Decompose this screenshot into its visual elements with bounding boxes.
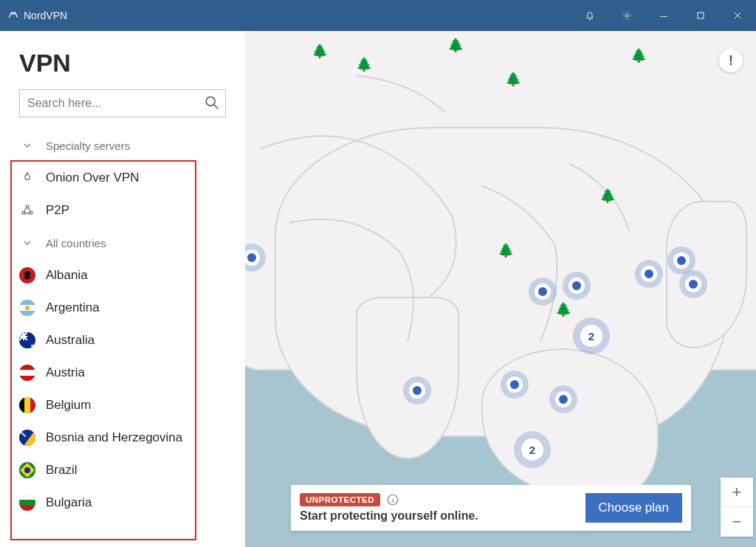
search-icon <box>204 94 220 111</box>
svg-rect-2 <box>698 13 704 18</box>
zoom-controls: + − <box>721 478 753 537</box>
tree-icon: 🌲 <box>498 242 514 258</box>
country-item-albania[interactable]: Albania <box>0 259 245 292</box>
search-wrap <box>19 89 226 117</box>
country-label: Bosnia and Herzegovina <box>46 430 182 445</box>
all-countries-header[interactable]: All countries <box>0 227 245 259</box>
server-cluster-marker[interactable]: 2 <box>521 438 543 461</box>
titlebar-left: NordVPN <box>0 8 67 23</box>
all-countries-header-label: All countries <box>46 237 106 250</box>
flag-argentina-icon <box>19 300 35 316</box>
server-marker[interactable] <box>409 382 425 399</box>
app-logo-icon <box>7 8 19 23</box>
country-item-australia[interactable]: Australia <box>0 324 245 357</box>
search-input[interactable] <box>19 89 226 117</box>
window-close-button[interactable] <box>719 0 756 31</box>
settings-button[interactable] <box>608 0 645 31</box>
zoom-out-button[interactable]: − <box>721 507 753 537</box>
onion-icon <box>19 170 35 186</box>
country-label: Belgium <box>46 398 91 413</box>
flag-bulgaria-icon <box>19 495 35 511</box>
server-marker[interactable] <box>535 283 551 300</box>
titlebar-right <box>571 0 756 31</box>
zoom-in-button[interactable]: + <box>721 478 753 507</box>
svg-line-6 <box>214 105 219 109</box>
flag-bosnia-icon <box>19 430 35 446</box>
server-marker[interactable] <box>506 376 523 393</box>
map[interactable]: 🌲 🌲 🌲 🌲 🌲 🌲 🌲 🌲 2 2 ! UNPROTECTED <box>245 31 756 547</box>
app-title: NordVPN <box>24 10 67 21</box>
flag-belgium-icon <box>19 397 35 413</box>
cluster-count: 2 <box>588 330 594 343</box>
alert-badge[interactable]: ! <box>719 49 743 72</box>
svg-point-12 <box>392 497 393 498</box>
server-marker[interactable] <box>673 252 690 269</box>
status-card: UNPROTECTED Start protecting yourself on… <box>291 485 691 531</box>
flag-austria-icon <box>19 365 35 381</box>
server-marker[interactable] <box>568 278 585 294</box>
country-item-bulgaria[interactable]: Bulgaria <box>0 486 245 519</box>
server-marker[interactable] <box>641 266 657 282</box>
server-marker[interactable] <box>555 391 571 407</box>
specialty-header-label: Specialty servers <box>46 140 130 152</box>
status-left: UNPROTECTED Start protecting yourself on… <box>300 493 478 523</box>
chevron-down-icon <box>19 140 35 151</box>
tree-icon: 🌲 <box>447 37 464 53</box>
server-list: Specialty servers Onion Over VPN P2P All… <box>0 128 245 519</box>
specialty-item-onion[interactable]: Onion Over VPN <box>0 162 245 194</box>
window-minimize-button[interactable] <box>645 0 682 31</box>
tree-icon: 🌲 <box>555 301 571 317</box>
tree-icon: 🌲 <box>630 47 647 63</box>
svg-point-0 <box>625 14 628 17</box>
country-label: Brazil <box>46 463 78 478</box>
country-label: Albania <box>46 268 88 283</box>
flag-albania-icon <box>19 267 35 283</box>
chevron-down-icon <box>19 237 35 249</box>
svg-point-8 <box>22 212 25 215</box>
tree-icon: 🌲 <box>505 71 521 87</box>
country-label: Australia <box>46 333 94 348</box>
status-message: Start protecting yourself online. <box>300 509 478 523</box>
country-item-austria[interactable]: Austria <box>0 357 245 389</box>
country-item-argentina[interactable]: Argentina <box>0 292 245 324</box>
country-item-brazil[interactable]: Brazil <box>0 454 245 486</box>
server-marker[interactable] <box>685 276 701 292</box>
sidebar: VPN Specialty servers Onion Over VPN <box>0 31 245 547</box>
status-badge: UNPROTECTED <box>300 493 380 506</box>
svg-point-5 <box>206 97 215 106</box>
page-title: VPN <box>0 31 245 89</box>
choose-plan-button[interactable]: Choose plan <box>585 493 682 523</box>
specialty-item-label: P2P <box>46 203 69 218</box>
country-item-belgium[interactable]: Belgium <box>0 389 245 422</box>
specialty-servers-header[interactable]: Specialty servers <box>0 129 245 162</box>
country-label: Argentina <box>46 300 100 315</box>
cluster-count: 2 <box>529 444 535 456</box>
country-item-bosnia[interactable]: Bosnia and Herzegovina <box>0 422 245 454</box>
tree-icon: 🌲 <box>356 56 372 72</box>
map-borders <box>245 31 756 547</box>
server-cluster-marker[interactable]: 2 <box>580 325 602 347</box>
window-maximize-button[interactable] <box>682 0 719 31</box>
tree-icon: 🌲 <box>599 188 616 204</box>
flag-brazil-icon <box>19 462 35 478</box>
notifications-button[interactable] <box>571 0 608 31</box>
country-label: Austria <box>46 365 85 380</box>
specialty-item-p2p[interactable]: P2P <box>0 194 245 227</box>
country-label: Bulgaria <box>46 495 92 510</box>
svg-point-9 <box>30 212 32 215</box>
tree-icon: 🌲 <box>312 43 328 59</box>
content: VPN Specialty servers Onion Over VPN <box>0 31 756 547</box>
p2p-icon <box>19 202 35 219</box>
specialty-item-label: Onion Over VPN <box>46 171 140 185</box>
flag-australia-icon <box>19 332 35 348</box>
titlebar: NordVPN <box>0 0 756 31</box>
info-icon[interactable] <box>386 493 399 506</box>
alert-icon: ! <box>729 53 733 69</box>
